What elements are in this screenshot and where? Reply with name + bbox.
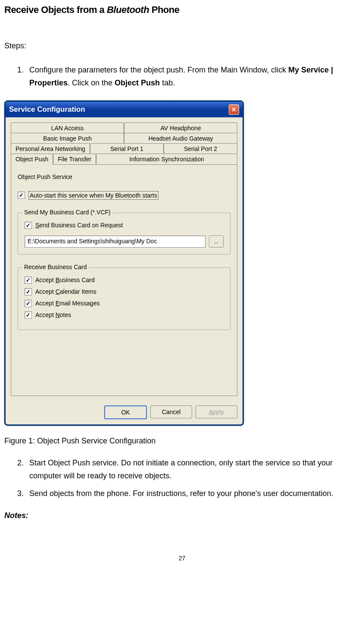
tab-information-sync[interactable]: Information Synchronization (96, 154, 237, 165)
tab-serial-port-2[interactable]: Serial Port 2 (164, 143, 237, 154)
object-push-service-label: Object Push Service (18, 173, 230, 180)
receive-business-card-group: Receive Business Card Accept Business Ca… (18, 267, 230, 330)
ok-button[interactable]: OK (104, 405, 147, 419)
send-on-request-checkbox[interactable] (25, 222, 32, 229)
accept-calendar-label: Accept Calendar Items (35, 288, 96, 295)
dialog-body: LAN Access AV Headphone Basic Image Push… (6, 117, 243, 401)
step-2: Start Object Push service. Do not initia… (26, 456, 360, 483)
figure-caption: Figure 1: Object Push Service Configurat… (4, 437, 360, 446)
cancel-button[interactable]: Cancel (150, 405, 192, 418)
accept-notes-checkbox[interactable] (25, 311, 32, 319)
accept-business-checkbox[interactable] (25, 276, 32, 284)
title-suffix: Phone (149, 4, 179, 15)
receive-business-card-legend: Receive Business Card (22, 264, 89, 270)
path-input[interactable]: E:\Documents and Settings\shihuiguang\My… (25, 236, 205, 248)
tab-row-4: Object Push File Transfer Information Sy… (11, 154, 237, 165)
close-icon: ✕ (231, 106, 236, 113)
dialog-title: Service Configuration (9, 105, 85, 114)
tab-object-push[interactable]: Object Push (11, 154, 53, 165)
accept-email-row: Accept Email Messages (25, 300, 224, 307)
tab-content: Object Push Service Auto-start this serv… (11, 164, 237, 396)
page-number: 27 (4, 555, 360, 562)
service-configuration-dialog: Service Configuration ✕ LAN Access AV He… (4, 101, 244, 426)
accept-notes-label: Accept Notes (35, 311, 71, 318)
titlebar[interactable]: Service Configuration ✕ (6, 102, 243, 117)
tab-personal-area-networking[interactable]: Personal Area Networking (11, 143, 90, 154)
step1-text-e: tab. (160, 79, 175, 87)
step1-text-d: Object Push (115, 79, 160, 87)
close-button[interactable]: ✕ (229, 104, 239, 115)
tab-row-1: LAN Access AV Headphone (11, 122, 237, 133)
tab-av-headphone[interactable]: AV Headphone (124, 122, 237, 133)
tab-serial-port-1[interactable]: Serial Port 1 (90, 143, 164, 154)
accept-business-row: Accept Business Card (25, 276, 224, 284)
tab-headset-audio-gateway[interactable]: Headset Audio Gateway (124, 133, 237, 144)
title-italic: Bluetooth (107, 4, 149, 15)
notes-label: Notes: (4, 511, 360, 520)
dialog-footer: OK Cancel Apply (6, 401, 243, 424)
tab-lan-access[interactable]: LAN Access (11, 122, 124, 133)
step-3: Send objects from the phone. For instruc… (26, 487, 360, 500)
tab-row-2: Basic Image Push Headset Audio Gateway (11, 133, 237, 144)
accept-calendar-checkbox[interactable] (25, 288, 32, 295)
send-business-card-group: Send My Business Card (*.VCF) Send Busin… (18, 213, 230, 254)
steps-list-2: Start Object Push service. Do not initia… (4, 456, 360, 500)
accept-email-label: Accept Email Messages (35, 300, 100, 307)
step1-text-c: . Click on the (68, 79, 115, 87)
apply-button[interactable]: Apply (196, 405, 237, 418)
accept-business-label: Accept Business Card (35, 276, 95, 283)
autostart-checkbox[interactable] (18, 192, 25, 199)
step-1: Configure the parameters for the object … (26, 63, 360, 90)
tabs-area: LAN Access AV Headphone Basic Image Push… (11, 122, 237, 396)
send-on-request-label: Send Business Card on Request (35, 222, 123, 229)
tab-basic-image-push[interactable]: Basic Image Push (11, 133, 124, 144)
accept-notes-row: Accept Notes (25, 311, 224, 319)
accept-email-checkbox[interactable] (25, 300, 32, 307)
send-on-request-row: Send Business Card on Request (25, 222, 224, 229)
page-title: Receive Objects from a Bluetooth Phone (4, 4, 360, 16)
tab-file-transfer[interactable]: File Transfer (53, 154, 96, 165)
accept-calendar-row: Accept Calendar Items (25, 288, 224, 295)
steps-list: Configure the parameters for the object … (4, 63, 360, 90)
path-row: E:\Documents and Settings\shihuiguang\My… (25, 236, 224, 248)
step1-text-a: Configure the parameters for the object … (29, 66, 288, 74)
send-business-card-legend: Send My Business Card (*.VCF) (22, 209, 112, 216)
autostart-row: Auto-start this service when My Bluetoot… (18, 191, 230, 200)
autostart-label: Auto-start this service when My Bluetoot… (28, 191, 159, 200)
browse-button[interactable]: ... (209, 236, 224, 248)
steps-label: Steps: (4, 39, 360, 53)
title-prefix: Receive Objects from a (4, 4, 107, 15)
tab-row-3: Personal Area Networking Serial Port 1 S… (11, 143, 237, 154)
